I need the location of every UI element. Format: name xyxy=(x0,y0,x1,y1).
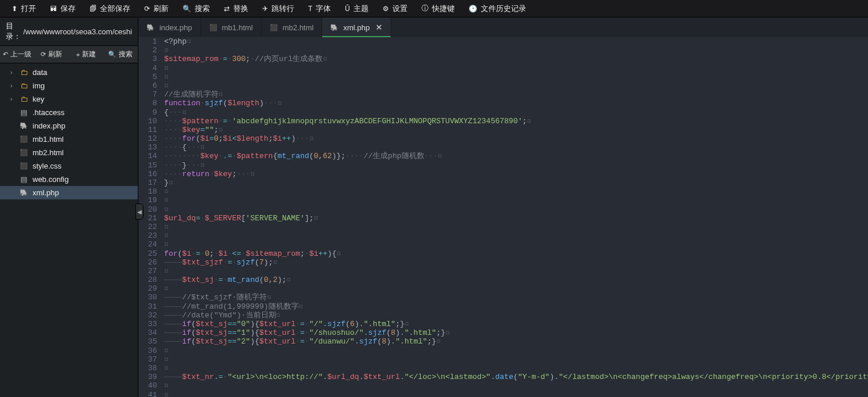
tree-item-mb2.html[interactable]: ⬛mb2.html xyxy=(0,146,138,159)
code-line[interactable]: ····{···¤ xyxy=(164,143,868,152)
code-line[interactable]: ¤ xyxy=(164,223,868,231)
tab-label: index.php xyxy=(159,23,192,32)
toolbar-3[interactable]: ⟳刷新 xyxy=(137,0,176,17)
code-line[interactable]: ¤ xyxy=(164,196,868,205)
toolbar-6[interactable]: ✈跳转行 xyxy=(255,0,301,17)
css-icon: ⬛ xyxy=(19,162,29,170)
tree-item-img[interactable]: ›🗀img xyxy=(0,79,138,92)
code-line[interactable]: ————//date("Ymd")·当前日期¤ xyxy=(164,311,868,320)
toolbar-icon: ✈ xyxy=(262,5,268,13)
editor-pane: 🐘index.php⬛mb1.html⬛mb2.html🐘xml.php✕ 12… xyxy=(138,17,868,397)
sidebar-action-0[interactable]: ↶上一级 xyxy=(0,46,34,63)
code-line[interactable]: ¤ xyxy=(164,364,868,373)
code-line[interactable]: $url_dq=·$_SERVER['SERVER_NAME'];¤ xyxy=(164,214,868,223)
tree-item-label: web.config xyxy=(33,175,69,184)
code-line[interactable]: ¤ xyxy=(164,73,868,81)
tree-item-key[interactable]: ›🗀key xyxy=(0,92,138,106)
collapse-sidebar-handle[interactable]: ◀ xyxy=(135,203,144,220)
toolbar-2[interactable]: 🗐全部保存 xyxy=(83,0,137,17)
code-line[interactable]: function·sjzf($length)···¤ xyxy=(164,99,868,108)
tab-mb2.html[interactable]: ⬛mb2.html xyxy=(262,17,322,37)
tree-item-label: index.php xyxy=(33,121,65,130)
code-line[interactable]: ¤ xyxy=(164,355,868,364)
toolbar-icon: T xyxy=(308,5,312,13)
code-line[interactable]: }¤ xyxy=(164,178,868,187)
code-line[interactable]: ¤ xyxy=(164,240,868,249)
code-area[interactable]: <?php¤¤$sitemap_rom·=·300;·//内页url生成条数¤¤… xyxy=(164,37,868,397)
code-line[interactable]: ¤ xyxy=(164,81,868,90)
code-line[interactable]: ¤ xyxy=(164,64,868,73)
code-line[interactable]: {···¤ xyxy=(164,108,868,117)
code-line[interactable]: ¤ xyxy=(164,46,868,55)
tree-item-label: style.css xyxy=(33,162,62,170)
toolbar-1[interactable]: 🖬保存 xyxy=(43,0,83,17)
toolbar-icon: 🗐 xyxy=(90,5,97,13)
code-line[interactable]: ————$txt_nr.=·"<url>\n<loc>http://".$url… xyxy=(164,373,868,381)
code-line[interactable]: ————//$txt_sjzf·随机字符¤ xyxy=(164,293,868,302)
tab-label: mb1.html xyxy=(222,23,253,32)
sidebar-action-3[interactable]: 🔍搜索 xyxy=(103,46,138,63)
close-icon[interactable]: ✕ xyxy=(376,23,383,32)
tree-item-index.php[interactable]: 🐘index.php xyxy=(0,119,138,133)
tab-index.php[interactable]: 🐘index.php xyxy=(138,17,201,37)
toolbar-7[interactable]: T字体 xyxy=(301,0,338,17)
file-icon: ▤ xyxy=(19,175,29,184)
toolbar-9[interactable]: ⚙设置 xyxy=(376,0,415,17)
code-line[interactable]: <?php¤ xyxy=(164,37,868,46)
directory-path[interactable]: /www/wwwroot/seoa3.com/ceshi xyxy=(23,27,132,36)
code-line[interactable]: ¤ xyxy=(164,187,868,196)
code-line[interactable]: ····return·$key;···¤ xyxy=(164,170,868,178)
folder-icon: 🗀 xyxy=(19,95,29,103)
toolbar-label: 打开 xyxy=(21,3,36,14)
code-line[interactable]: ¤ xyxy=(164,284,868,293)
code-line[interactable]: ····$key="";¤ xyxy=(164,126,868,134)
code-line[interactable]: ————if($txt_sj=="2"){$txt_url·=·"/duanwu… xyxy=(164,337,868,346)
code-line[interactable]: //生成随机字符¤ xyxy=(164,90,868,99)
code-line[interactable]: ————if($txt_sj=="1"){$txt_url·=·"/shuosh… xyxy=(164,328,868,337)
toolbar-5[interactable]: ⇄替换 xyxy=(217,0,255,17)
toolbar-label: 保存 xyxy=(60,3,76,14)
code-line[interactable]: ————//mt_rand(1,999999)随机数字¤ xyxy=(164,302,868,311)
tree-item-xml.php[interactable]: 🐘xml.php xyxy=(0,186,138,199)
code-line[interactable]: ¤ xyxy=(164,205,868,214)
toolbar-label: 搜索 xyxy=(195,3,210,14)
code-line[interactable]: for($i·=·0;·$i·<=·$sitemap_rom;·$i++){¤ xyxy=(164,249,868,258)
sidebar-action-1[interactable]: ⟳刷新 xyxy=(34,46,69,63)
toolbar-10[interactable]: ⓘ快捷键 xyxy=(415,0,462,17)
tree-item-label: data xyxy=(33,68,47,77)
file-tree: ›🗀data›🗀img›🗀key▤.htaccess🐘index.php⬛mb1… xyxy=(0,63,138,397)
toolbar-icon: ⟳ xyxy=(144,5,150,13)
sidebar-action-2[interactable]: +新建 xyxy=(69,46,103,63)
tab-xml.php[interactable]: 🐘xml.php✕ xyxy=(322,17,391,37)
tree-item-data[interactable]: ›🗀data xyxy=(0,66,138,79)
tab-mb1.html[interactable]: ⬛mb1.html xyxy=(201,17,262,37)
toolbar-icon: ⬆ xyxy=(12,5,17,13)
code-line[interactable]: ········$key·.=·$pattern{mt_rand(0,62)};… xyxy=(164,152,868,160)
tree-item-web.config[interactable]: ▤web.config xyxy=(0,173,138,186)
code-line[interactable]: ¤ xyxy=(164,231,868,240)
sidebar: 目录： /www/wwwroot/seoa3.com/ceshi ↶上一级⟳刷新… xyxy=(0,17,138,397)
code-line[interactable]: ¤ xyxy=(164,346,868,355)
code-line[interactable]: ————$txt_sj·=·mt_rand(0,2);¤ xyxy=(164,276,868,284)
toolbar-4[interactable]: 🔍搜索 xyxy=(176,0,217,17)
tree-item-style.css[interactable]: ⬛style.css xyxy=(0,159,138,173)
code-line[interactable]: ¤ xyxy=(164,267,868,276)
code-line[interactable]: $sitemap_rom·=·300;·//内页url生成条数¤ xyxy=(164,55,868,63)
code-line[interactable]: ————if($txt_sj=="0"){$txt_url·=·"/".sjzf… xyxy=(164,320,868,328)
code-line[interactable]: ····for($i=0;$i<$length;$i++)···¤ xyxy=(164,134,868,143)
code-line[interactable]: ····$pattern·=·'abcdefghijklmnopqrstuvwx… xyxy=(164,117,868,126)
chevron-right-icon: › xyxy=(10,83,19,89)
toolbar-8[interactable]: Ū主题 xyxy=(338,0,376,17)
code-editor[interactable]: 1234567891011121314151617181920212223242… xyxy=(138,37,868,397)
toolbar-0[interactable]: ⬆打开 xyxy=(5,0,43,17)
tree-item-mb1.html[interactable]: ⬛mb1.html xyxy=(0,133,138,146)
toolbar-11[interactable]: 🕑文件历史记录 xyxy=(462,0,533,17)
tree-item-.htaccess[interactable]: ▤.htaccess xyxy=(0,106,138,119)
code-line[interactable]: ····}···¤ xyxy=(164,161,868,170)
toolbar-icon: ⓘ xyxy=(422,3,428,13)
action-label: 上一级 xyxy=(10,49,31,59)
code-line[interactable]: ¤ xyxy=(164,391,868,398)
code-line[interactable]: ¤ xyxy=(164,381,868,390)
code-line[interactable]: ————$txt_sjzf·=·sjzf(7);¤ xyxy=(164,258,868,267)
tree-item-label: xml.php xyxy=(33,188,59,197)
